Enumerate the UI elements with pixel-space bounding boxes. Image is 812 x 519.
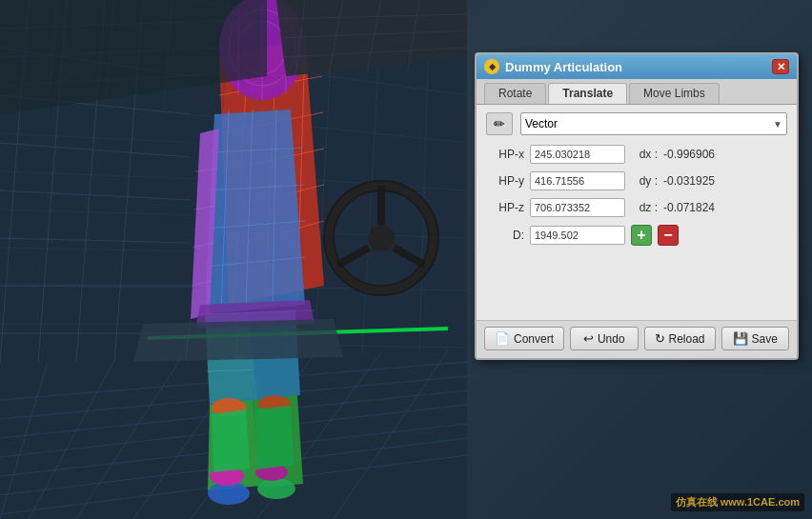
- dx-label: dx :: [631, 148, 658, 161]
- dropdown-selected-value: Vector: [525, 117, 558, 130]
- hp-y-row: HP-y dy : -0.031925: [486, 171, 787, 190]
- dialog-titlebar: ◆ Dummy Articulation ✕: [477, 54, 797, 79]
- save-label: Save: [752, 332, 778, 346]
- tab-move-limbs[interactable]: Move Limbs: [629, 83, 720, 104]
- hp-y-label: HP-y: [486, 174, 524, 188]
- dialog-title: ◆ Dummy Articulation: [484, 59, 622, 74]
- hp-y-input[interactable]: [530, 171, 625, 190]
- content-spacer: [486, 255, 787, 312]
- close-button[interactable]: ✕: [772, 59, 789, 74]
- undo-icon: ↩: [583, 331, 594, 346]
- dummy-articulation-dialog: ◆ Dummy Articulation ✕ Rotate Translate …: [475, 52, 799, 360]
- dy-label: dy :: [631, 174, 658, 188]
- dz-label: dz :: [631, 201, 658, 214]
- watermark: 仿真在线 www.1CAE.com: [671, 493, 804, 511]
- reload-button[interactable]: ↻ Reload: [644, 327, 716, 350]
- reload-icon: ↻: [655, 331, 665, 346]
- plus-button[interactable]: +: [631, 225, 652, 246]
- svg-marker-108: [212, 409, 250, 472]
- svg-point-79: [368, 225, 395, 251]
- dy-value: -0.031925: [663, 174, 715, 188]
- tab-translate[interactable]: Translate: [548, 83, 627, 104]
- button-row: 📄 Convert ↩ Undo ↻ Reload 💾 Save: [477, 320, 797, 358]
- d-row: D: + −: [486, 225, 787, 246]
- dz-value: -0.071824: [663, 201, 715, 214]
- svg-marker-53: [205, 110, 305, 314]
- hp-z-input[interactable]: [530, 198, 625, 217]
- vector-dropdown[interactable]: Vector ▼: [520, 112, 787, 135]
- tab-bar: Rotate Translate Move Limbs: [477, 79, 797, 105]
- car-mesh-svg: [0, 0, 467, 519]
- undo-button[interactable]: ↩ Undo: [570, 327, 638, 350]
- hp-x-input[interactable]: [530, 145, 625, 164]
- reload-label: Reload: [669, 332, 705, 346]
- save-icon: 💾: [733, 331, 748, 346]
- hp-x-row: HP-x dx : -0.996906: [486, 145, 787, 164]
- hp-z-row: HP-z dz : -0.071824: [486, 198, 787, 217]
- convert-button[interactable]: 📄 Convert: [484, 327, 564, 350]
- dialog-title-icon: ◆: [484, 59, 499, 74]
- dropdown-arrow-icon: ▼: [773, 119, 782, 130]
- toolbar-row: ✏ Vector ▼: [486, 112, 787, 135]
- d-input[interactable]: [530, 226, 625, 245]
- svg-marker-109: [255, 406, 294, 469]
- convert-label: Convert: [514, 332, 554, 346]
- tool-icon-button[interactable]: ✏: [486, 112, 513, 135]
- dx-value: -0.996906: [663, 148, 715, 161]
- tab-rotate[interactable]: Rotate: [484, 83, 546, 104]
- convert-icon: 📄: [495, 331, 510, 346]
- svg-point-73: [257, 478, 295, 499]
- minus-button[interactable]: −: [658, 225, 679, 246]
- dialog-title-text: Dummy Articulation: [505, 60, 622, 74]
- hp-z-label: HP-z: [486, 201, 524, 214]
- save-button[interactable]: 💾 Save: [721, 327, 789, 350]
- undo-label: Undo: [598, 332, 625, 346]
- dialog-content: ✏ Vector ▼ HP-x dx : -0.996906 HP-y dy :…: [477, 105, 797, 320]
- hp-x-label: HP-x: [486, 148, 524, 161]
- d-label: D:: [486, 229, 524, 242]
